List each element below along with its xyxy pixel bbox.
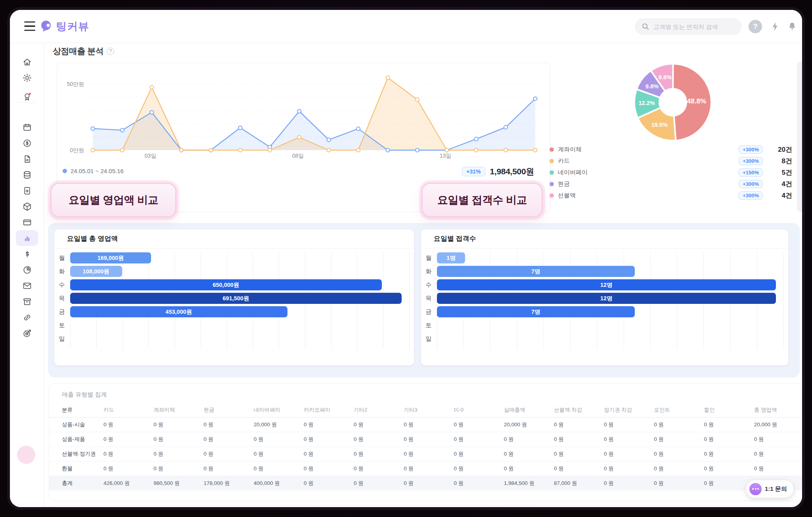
sidebar-item-pie-chart[interactable]: [16, 262, 38, 278]
bar-화[interactable]: 108,000원: [70, 266, 122, 277]
gridline: [409, 252, 410, 349]
bar-금[interactable]: 453,000원: [70, 306, 287, 317]
count-value: 8건: [772, 156, 792, 166]
line-chart[interactable]: [88, 65, 540, 163]
next-section-card: [49, 505, 803, 508]
support-chat-button[interactable]: 1:1 문의: [746, 480, 794, 498]
search-input[interactable]: [653, 23, 733, 30]
table-header: 선불액 차감: [554, 403, 604, 417]
table-header: 기타3: [404, 403, 454, 417]
day-label: 화: [423, 266, 434, 277]
bar-월[interactable]: 1명: [437, 252, 465, 263]
top-bar: 팅커뷰 ?: [10, 10, 803, 43]
table-cell: 0 원: [454, 446, 504, 461]
title-help-icon[interactable]: ?: [107, 48, 114, 55]
bar-목[interactable]: 691,500원: [70, 293, 402, 304]
table-header: 총 영업액: [754, 403, 803, 417]
table-header: 계좌이체: [153, 403, 203, 417]
table-cell: 20,000 원: [754, 417, 803, 432]
bar-수[interactable]: 650,000원: [70, 279, 382, 290]
bar-value-label: 169,000원: [98, 254, 124, 262]
sidebar-item-bar-chart[interactable]: [16, 230, 38, 246]
gridline: [783, 252, 784, 349]
day-label: 토: [57, 320, 67, 331]
search-bar[interactable]: [635, 18, 742, 35]
pie-legend-item-선불액[interactable]: 선불액+300%4건: [550, 190, 792, 201]
table-cell: 0 원: [153, 432, 203, 446]
menu-icon[interactable]: [24, 21, 35, 31]
pie-legend-item-현금[interactable]: 현금+300%4건: [550, 178, 792, 190]
mail-icon: [22, 281, 32, 291]
table-cell: 0 원: [103, 461, 153, 476]
table-cell: 0 원: [404, 461, 454, 476]
weekday-charts-section: 요일별 총 영업액 월169,000원화108,000원수650,000원목69…: [48, 223, 800, 378]
bar-row-일: 일: [54, 333, 408, 344]
bar-목[interactable]: 12명: [437, 293, 776, 304]
legend-dot: [550, 159, 554, 163]
weekday-customers-bars[interactable]: 월1명화7명수12명목12명금7명토일: [421, 252, 783, 360]
payment-methods-pie-chart[interactable]: 48.8%19.5%12.2%9.8%9.8%: [624, 54, 721, 151]
avatar[interactable]: [17, 446, 35, 464]
day-label: 월: [57, 252, 67, 263]
table-cell: 0 원: [554, 461, 604, 476]
app-logo[interactable]: 팅커뷰: [40, 19, 89, 34]
table-row: 환불0 원0 원0 원0 원0 원0 원0 원0 원0 원0 원0 원0 원0 …: [49, 461, 803, 476]
pie-chart-icon: [22, 265, 32, 275]
pie-legend-item-카드[interactable]: 카드+300%8건: [550, 155, 792, 167]
table-cell: 0 원: [504, 432, 554, 446]
sidebar-item-target[interactable]: [16, 325, 38, 341]
weekday-sales-panel-title: 요일별 총 영업액: [54, 229, 414, 248]
pie-legend-item-네이버페이[interactable]: 네이버페이+150%5건: [550, 167, 792, 178]
bar-수[interactable]: 12명: [437, 279, 776, 290]
table-cell: 0 원: [153, 461, 203, 476]
sidebar-item-file-plus[interactable]: [16, 183, 38, 198]
table-cell: 0 원: [203, 461, 253, 476]
table-header: 실매출액: [504, 403, 554, 417]
sidebar-item-calendar[interactable]: [16, 119, 38, 135]
pie-legend-item-계좌이체[interactable]: 계좌이체+300%20건: [550, 144, 792, 155]
lightning-icon[interactable]: [768, 20, 782, 33]
legend-item-current-period[interactable]: 24.05.01 ~ 24.05.16: [63, 168, 124, 174]
sidebar-item-credit-card[interactable]: [16, 214, 38, 230]
sidebar-item-mail[interactable]: [16, 278, 38, 294]
sidebar-item-package[interactable]: [16, 198, 38, 214]
sidebar-item-database[interactable]: [16, 167, 38, 183]
sales-by-type-table[interactable]: 분류카드계좌이체현금네이버페이카카오페이기타2기타3미수실매출액선불액 차감정기…: [49, 403, 803, 490]
scrollbar[interactable]: [797, 61, 803, 212]
bar-value-label: 7명: [531, 268, 540, 275]
bell-icon[interactable]: [785, 20, 799, 33]
table-cell: 0 원: [654, 432, 704, 446]
sidebar-item-archive[interactable]: [16, 294, 38, 309]
table-cell: 0 원: [354, 417, 404, 432]
table-cell: 환불: [49, 461, 103, 476]
count-value: 4건: [772, 179, 792, 189]
svg-text:48.8%: 48.8%: [687, 97, 706, 105]
bar-row-수: 수12명: [421, 279, 783, 290]
bar-월[interactable]: 169,000원: [70, 252, 151, 263]
bar-화[interactable]: 7명: [437, 266, 635, 277]
credit-card-icon: [22, 217, 32, 227]
growth-badge: +150%: [739, 168, 763, 177]
bar-value-label: 7명: [531, 308, 540, 316]
table-header: 현금: [203, 403, 253, 417]
bar-금[interactable]: 7명: [437, 306, 635, 317]
help-icon[interactable]: ?: [749, 20, 762, 33]
sidebar-item-coin[interactable]: [16, 135, 38, 151]
svg-text:19.5%: 19.5%: [651, 122, 668, 128]
sidebar-item-home[interactable]: [16, 54, 38, 70]
bar-row-목: 목691,500원: [54, 293, 408, 304]
sidebar-item-document[interactable]: [16, 151, 38, 167]
table-cell: 0 원: [504, 446, 554, 461]
sidebar-item-dollar[interactable]: [16, 246, 38, 262]
weekday-customers-panel-title: 요일별 접객수: [421, 229, 788, 248]
table-cell: 20,000 원: [504, 417, 554, 432]
table-cell: 0 원: [254, 432, 304, 446]
sidebar-item-settings[interactable]: [16, 70, 38, 86]
weekday-sales-bars[interactable]: 월169,000원화108,000원수650,000원목691,500원금453…: [54, 252, 408, 360]
bar-chart-icon: [22, 233, 32, 243]
table-row: 선불액·정기권0 원0 원0 원0 원0 원0 원0 원0 원0 원0 원0 원…: [49, 446, 803, 461]
weekday-customers-panel: 요일별 접객수 월1명화7명수12명목12명금7명토일: [421, 229, 789, 366]
bar-row-목: 목12명: [421, 293, 783, 304]
sidebar-item-link[interactable]: [16, 309, 38, 325]
table-cell: 0 원: [404, 476, 454, 490]
